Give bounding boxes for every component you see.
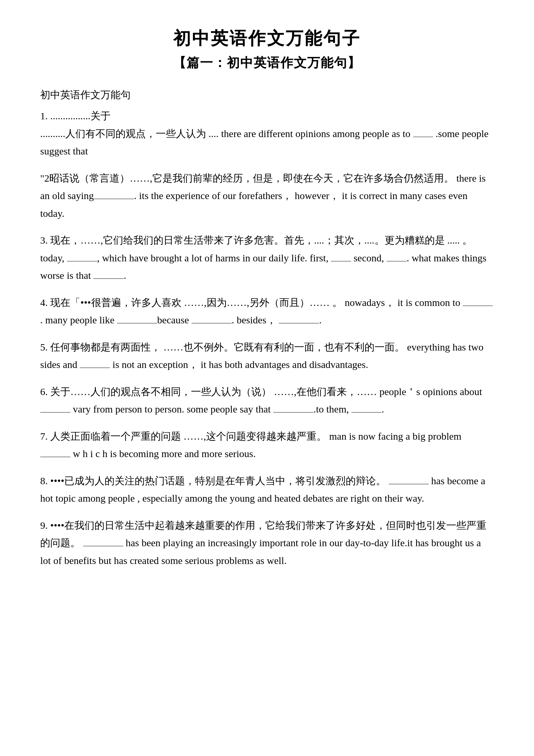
page-subtitle: 【篇一：初中英语作文万能句】 xyxy=(40,54,494,71)
item-9: 9. ••••在我们的日常生活中起着越来越重要的作用，它给我们带来了许多好处，但… xyxy=(40,517,494,570)
item-7-text: 7. 人类正面临着一个严重的问题 ……,这个问题变得越来越严重。 man is … xyxy=(40,431,461,459)
item-8-text: 8. ••••已成为人的关注的热门话题，特别是在年青人当中，将引发激烈的辩论。 … xyxy=(40,475,485,504)
item-7: 7. 人类正面临着一个严重的问题 ……,这个问题变得越来越严重。 man is … xyxy=(40,428,494,463)
item-2-text: "2昭话说（常言道）……,它是我们前辈的经历，但是，即使在今天，它在许多场合仍然… xyxy=(40,173,486,219)
item-5-text: 5. 任何事物都是有两面性， ……也不例外。它既有有利的一面，也有不利的一面。 … xyxy=(40,341,483,370)
page-title: 初中英语作文万能句子 xyxy=(40,27,494,50)
item-8: 8. ••••已成为人的关注的热门话题，特别是在年青人当中，将引发激烈的辩论。 … xyxy=(40,472,494,507)
item-1: 1. ................关于 ..........人们有不同的观点… xyxy=(40,107,494,160)
item-1-text: ..........人们有不同的观点，一些人认为 .... there are … xyxy=(40,128,488,157)
item-6: 6. 关于……人们的观点各不相同，一些人认为（说） ……,在他们看来，…… pe… xyxy=(40,383,494,418)
item-5: 5. 任何事物都是有两面性， ……也不例外。它既有有利的一面，也有不利的一面。 … xyxy=(40,338,494,374)
item-9-text: 9. ••••在我们的日常生活中起着越来越重要的作用，它给我们带来了许多好处，但… xyxy=(40,520,486,566)
section-title: 初中英语作文万能句 xyxy=(40,88,494,102)
item-3: 3. 现在，……,它们给我们的日常生活带来了许多危害。首先，....；其次，..… xyxy=(40,232,494,285)
item-3-text: 3. 现在，……,它们给我们的日常生活带来了许多危害。首先，....；其次，..… xyxy=(40,235,486,281)
item-4-text: 4. 现在「•••很普遍，许多人喜欢 ……,因为……,另外（而且）…… 。 no… xyxy=(40,297,493,326)
item-1-number: 1. ................关于 xyxy=(40,110,111,121)
item-6-text: 6. 关于……人们的观点各不相同，一些人认为（说） ……,在他们看来，…… pe… xyxy=(40,386,482,415)
item-4: 4. 现在「•••很普遍，许多人喜欢 ……,因为……,另外（而且）…… 。 no… xyxy=(40,294,494,329)
item-2: "2昭话说（常言道）……,它是我们前辈的经历，但是，即使在今天，它在许多场合仍然… xyxy=(40,170,494,223)
